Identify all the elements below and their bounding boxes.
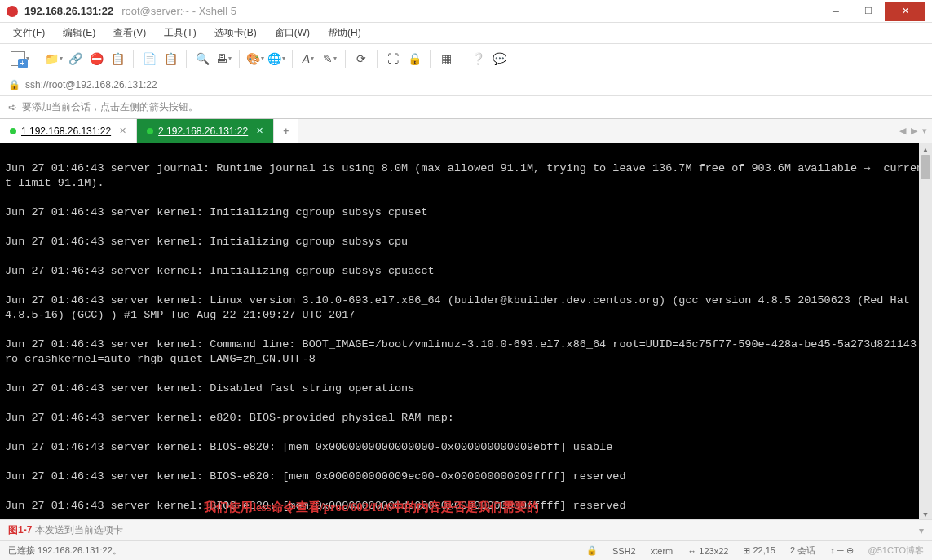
new-tab-icon: [11, 51, 25, 66]
tab-session-2[interactable]: 2 192.168.26.131:22 ✕: [137, 119, 274, 143]
terminal-line: Jun 27 01:46:43 server kernel: e820: BIO…: [5, 411, 927, 426]
tab-prev-icon[interactable]: ◀: [899, 126, 906, 136]
menu-tab[interactable]: 选项卡(B): [210, 24, 262, 42]
compose-bar: 图1-7 本发送到当前选项卡 ▾: [0, 519, 932, 540]
lock-button[interactable]: 🔒: [405, 50, 423, 68]
font-button[interactable]: A▾: [299, 50, 317, 68]
copy-button[interactable]: 📄: [140, 50, 158, 68]
hint-bar: ➪ 要添加当前会话，点击左侧的箭头按钮。: [0, 96, 932, 119]
status-protocol: SSH2: [612, 546, 636, 556]
keypad-button[interactable]: ▦: [437, 50, 455, 68]
tab-list-icon[interactable]: ▾: [922, 126, 927, 136]
watermark: @51CTO博客: [868, 545, 924, 557]
address-text[interactable]: ssh://root@192.168.26.131:22: [25, 79, 924, 90]
tab-next-icon[interactable]: ▶: [911, 126, 917, 136]
annotation-overlay: 我们使用less命令查看/proc/602/fd/6中的内容是否是我们需要的: [204, 500, 539, 514]
highlight-button[interactable]: ✎▾: [320, 50, 338, 68]
lock-icon: 🔒: [8, 79, 20, 90]
fullscreen-button[interactable]: ⛶: [384, 50, 402, 68]
find-button[interactable]: 🔍: [193, 50, 211, 68]
tab-bar: 1 192.168.26.131:22 ✕ 2 192.168.26.131:2…: [0, 119, 932, 143]
menu-file[interactable]: 文件(F): [8, 24, 50, 42]
tab-label: 1 192.168.26.131:22: [21, 126, 111, 137]
toolbar: ▾ 📁▾ 🔗 ⛔ 📋 📄 📋 🔍 🖶▾ 🎨▾ 🌐▾ A▾ ✎▾ ⟳ ⛶ 🔒 ▦ …: [0, 44, 932, 73]
disconnect-button[interactable]: ⛔: [87, 50, 105, 68]
status-dot-icon: [147, 128, 153, 134]
add-session-arrow-icon[interactable]: ➪: [8, 101, 17, 113]
minimize-button[interactable]: ─: [819, 2, 852, 21]
terminal-line: Jun 27 01:46:43 server kernel: Disabled …: [5, 381, 927, 396]
terminal-line: Jun 27 01:46:43 server journal: Runtime …: [5, 161, 927, 191]
status-connection: 已连接 192.168.26.131:22。: [8, 545, 121, 557]
status-dot-icon: [10, 128, 16, 134]
menu-edit[interactable]: 编辑(E): [58, 24, 100, 42]
terminal-scrollbar[interactable]: ▲ ▼: [919, 143, 932, 519]
terminal-line: Jun 27 01:46:43 server kernel: Command l…: [5, 337, 927, 367]
close-button[interactable]: ✕: [885, 2, 925, 21]
tab-close-icon[interactable]: ✕: [119, 126, 126, 136]
figure-tag: 图1-7: [8, 523, 32, 537]
tab-label: 2 192.168.26.131:22: [158, 126, 248, 137]
hint-text: 要添加当前会话，点击左侧的箭头按钮。: [22, 100, 198, 114]
terminal-line: Jun 27 01:46:43 server kernel: BIOS-e820…: [5, 470, 927, 484]
status-bar: 已连接 192.168.26.131:22。 🔒 SSH2 xterm ↔ 12…: [0, 540, 932, 560]
address-bar: 🔒 ssh://root@192.168.26.131:22: [0, 73, 932, 96]
refresh-button[interactable]: ⟳: [352, 50, 370, 68]
scroll-thumb[interactable]: [921, 155, 930, 179]
menu-view[interactable]: 查看(V): [108, 24, 151, 42]
terminal-line: Jun 27 01:46:43 server kernel: Initializ…: [5, 235, 927, 249]
tab-session-1[interactable]: 1 192.168.26.131:22 ✕: [0, 119, 137, 143]
status-cursor-pos: 22,15: [753, 545, 775, 555]
titlebar: 192.168.26.131:22 root@server:~ - Xshell…: [0, 0, 932, 23]
terminal-line: Jun 27 01:46:43 server kernel: Linux ver…: [5, 293, 927, 323]
scroll-up-icon[interactable]: ▲: [919, 143, 932, 155]
menu-help[interactable]: 帮助(H): [323, 24, 366, 42]
paste-button[interactable]: 📋: [161, 50, 179, 68]
compose-hint: 本发送到当前选项卡: [35, 523, 123, 537]
color-button[interactable]: 🎨▾: [246, 50, 264, 68]
scroll-down-icon[interactable]: ▼: [919, 508, 932, 519]
maximize-button[interactable]: ☐: [852, 2, 885, 21]
encoding-button[interactable]: 🌐▾: [267, 50, 285, 68]
menu-tools[interactable]: 工具(T): [159, 24, 201, 42]
reconnect-button[interactable]: 🔗: [66, 50, 84, 68]
tab-nav: ◀ ▶ ▾: [899, 119, 927, 143]
tab-add-button[interactable]: +: [274, 119, 298, 143]
status-termtype: xterm: [651, 546, 674, 556]
app-icon: [7, 6, 18, 17]
window-title: 192.168.26.131:22: [24, 5, 113, 17]
terminal[interactable]: Jun 27 01:46:43 server journal: Runtime …: [0, 143, 932, 519]
chat-button[interactable]: 💬: [490, 50, 508, 68]
print-button[interactable]: 🖶▾: [214, 50, 232, 68]
terminal-line: Jun 27 01:46:43 server kernel: BIOS-e820…: [5, 440, 927, 455]
compose-dropdown-icon[interactable]: ▾: [919, 525, 924, 536]
terminal-line: Jun 27 01:46:43 server kernel: Initializ…: [5, 264, 927, 279]
status-size: 123x22: [699, 546, 728, 556]
menubar: 文件(F) 编辑(E) 查看(V) 工具(T) 选项卡(B) 窗口(W) 帮助(…: [0, 23, 932, 44]
help-button[interactable]: ❔: [469, 50, 487, 68]
terminal-line: Jun 27 01:46:43 server kernel: Initializ…: [5, 205, 927, 220]
tab-close-icon[interactable]: ✕: [256, 126, 263, 136]
status-lock-icon: 🔒: [586, 545, 598, 556]
open-button[interactable]: 📁▾: [45, 50, 63, 68]
properties-button[interactable]: 📋: [108, 50, 126, 68]
menu-window[interactable]: 窗口(W): [270, 24, 315, 42]
new-session-button[interactable]: ▾: [8, 50, 31, 68]
status-sessions: 2 会话: [790, 545, 815, 557]
window-subtitle: root@server:~ - Xshell 5: [121, 5, 236, 17]
